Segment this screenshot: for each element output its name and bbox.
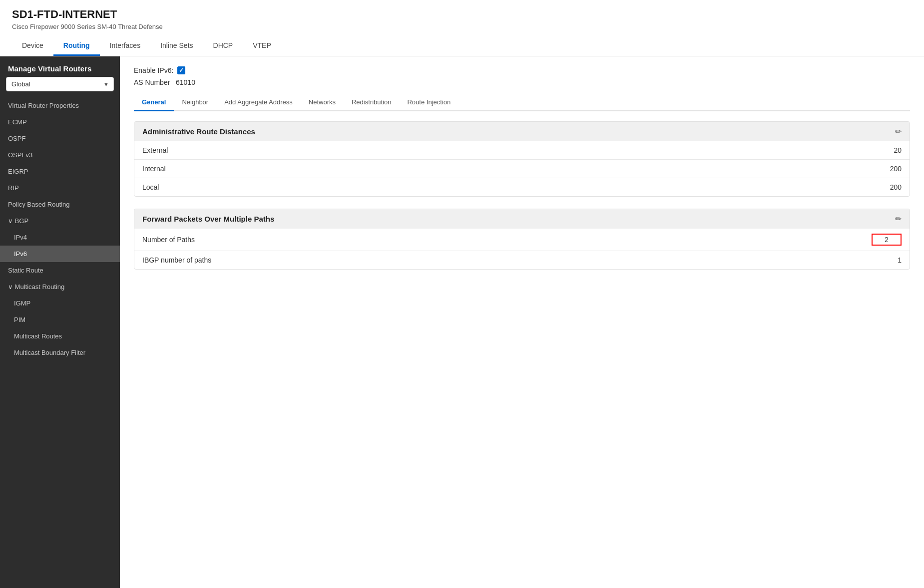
row-value: 20	[894, 146, 902, 154]
sub-tab-neighbor[interactable]: Neighbor	[174, 94, 216, 111]
content-area: Enable IPv6: AS Number 61010 GeneralNeig…	[120, 56, 924, 588]
sub-tab-networks[interactable]: Networks	[301, 94, 344, 111]
table-row: External20	[134, 141, 910, 159]
sidebar-title: Manage Virtual Routers	[0, 56, 120, 77]
top-tab-inline-sets[interactable]: Inline Sets	[150, 36, 203, 56]
admin-route-edit-icon[interactable]: ✏	[895, 127, 902, 136]
device-subtitle: Cisco Firepower 9000 Series SM-40 Threat…	[12, 23, 912, 30]
sidebar-item-eigrp[interactable]: EIGRP	[0, 163, 120, 180]
virtual-router-select[interactable]: Global	[6, 77, 114, 91]
sidebar-item-ecmp[interactable]: ECMP	[0, 114, 120, 130]
ipv6-checkbox[interactable]	[177, 66, 185, 74]
table-row: Number of Paths2	[134, 229, 910, 251]
sidebar-item-ospfv3[interactable]: OSPFv3	[0, 147, 120, 163]
top-tab-device[interactable]: Device	[12, 36, 53, 56]
as-number-label: AS Number	[134, 78, 170, 86]
sub-tab-general[interactable]: General	[134, 94, 174, 111]
sidebar-item-ipv6[interactable]: IPv6	[0, 246, 120, 262]
sidebar-items-list: Virtual Router PropertiesECMPOSPFOSPFv3E…	[0, 97, 120, 361]
sidebar-item-multicast-boundary-filter[interactable]: Multicast Boundary Filter	[0, 344, 120, 361]
forward-packets-edit-icon[interactable]: ✏	[895, 214, 902, 224]
forward-packets-title: Forward Packets Over Multiple Paths	[142, 215, 274, 223]
sidebar-item-igmp[interactable]: IGMP	[0, 295, 120, 311]
sub-tab-add-aggregate-address[interactable]: Add Aggregate Address	[216, 94, 301, 111]
row-value: 200	[890, 165, 902, 173]
top-tab-dhcp[interactable]: DHCP	[203, 36, 243, 56]
table-row: Local200	[134, 178, 910, 196]
sidebar-dropdown-wrapper: Global	[6, 77, 114, 91]
top-tab-interfaces[interactable]: Interfaces	[100, 36, 150, 56]
sidebar: Manage Virtual Routers Global Virtual Ro…	[0, 56, 120, 588]
top-tab-routing[interactable]: Routing	[53, 36, 100, 56]
admin-route-distances-card: Administrative Route Distances ✏ Externa…	[134, 121, 910, 197]
as-number-value: 61010	[176, 78, 195, 86]
as-number-row: AS Number 61010	[134, 78, 910, 86]
top-tab-vtep[interactable]: VTEP	[243, 36, 281, 56]
row-label: Internal	[142, 165, 166, 173]
sidebar-item-virtual-router-properties[interactable]: Virtual Router Properties	[0, 97, 120, 114]
row-value: 1	[898, 256, 902, 264]
admin-route-header: Administrative Route Distances ✏	[134, 122, 910, 141]
top-tabs: DeviceRoutingInterfacesInline SetsDHCPVT…	[12, 36, 912, 56]
sub-tabs: GeneralNeighborAdd Aggregate AddressNetw…	[134, 94, 910, 111]
sidebar-item-static-route[interactable]: Static Route	[0, 262, 120, 279]
ipv6-label: Enable IPv6:	[134, 66, 173, 74]
admin-route-title: Administrative Route Distances	[142, 127, 255, 136]
sub-tab-route-injection[interactable]: Route Injection	[399, 94, 459, 111]
admin-route-rows: External20Internal200Local200	[134, 141, 910, 196]
sub-tab-redistribution[interactable]: Redistribution	[344, 94, 400, 111]
row-value: 2	[872, 234, 902, 246]
row-value: 200	[890, 183, 902, 191]
forward-packets-rows: Number of Paths2IBGP number of paths1	[134, 229, 910, 269]
row-label: IBGP number of paths	[142, 256, 211, 264]
sidebar-item-multicast-routes[interactable]: Multicast Routes	[0, 328, 120, 344]
device-title: SD1-FTD-INTERNET	[12, 8, 912, 21]
forward-packets-header: Forward Packets Over Multiple Paths ✏	[134, 209, 910, 229]
sidebar-item-ipv4[interactable]: IPv4	[0, 229, 120, 246]
sidebar-item-multicast-routing[interactable]: ∨ Multicast Routing	[0, 279, 120, 295]
sidebar-item-bgp[interactable]: ∨ BGP	[0, 213, 120, 229]
row-label: External	[142, 146, 168, 154]
sidebar-item-rip[interactable]: RIP	[0, 180, 120, 196]
sidebar-item-pim[interactable]: PIM	[0, 311, 120, 328]
table-row: Internal200	[134, 159, 910, 178]
row-label: Local	[142, 183, 159, 191]
table-row: IBGP number of paths1	[134, 251, 910, 269]
row-label: Number of Paths	[142, 236, 195, 244]
sidebar-item-ospf[interactable]: OSPF	[0, 130, 120, 147]
ipv6-row: Enable IPv6:	[134, 66, 910, 74]
main-layout: Manage Virtual Routers Global Virtual Ro…	[0, 56, 924, 588]
forward-packets-card: Forward Packets Over Multiple Paths ✏ Nu…	[134, 209, 910, 270]
sidebar-item-policy-based-routing[interactable]: Policy Based Routing	[0, 196, 120, 213]
top-header: SD1-FTD-INTERNET Cisco Firepower 9000 Se…	[0, 0, 924, 56]
